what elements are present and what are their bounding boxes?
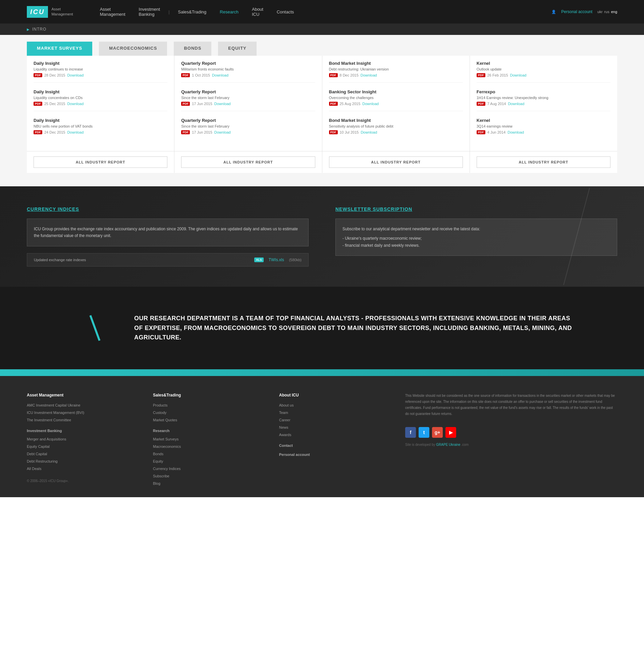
footer-link-blog[interactable]: Blog — [153, 480, 259, 487]
download-link[interactable]: Download — [212, 73, 228, 77]
footer-link-debt-restructuring[interactable]: Debt Restructuring — [27, 458, 133, 465]
report-item: Bond Market Insight Sensitivity analysis… — [329, 118, 463, 139]
middle-section: CURRENCY INDICES ICU Group provides the … — [0, 186, 644, 287]
tab-market-surveys[interactable]: MARKET SURVEYS — [27, 42, 92, 56]
report-date: 24 Dec 2015 — [44, 130, 65, 134]
currency-file-link[interactable]: TWIs.xls — [269, 258, 284, 262]
footer-link-amc[interactable]: AMC Investment Capital Ukraine — [27, 401, 133, 409]
lang-ukr[interactable]: ukr — [597, 10, 602, 14]
footer-link-macroeconomics[interactable]: Macroeconomics — [153, 443, 259, 450]
footer-link-about-us[interactable]: About us — [279, 401, 385, 409]
lang-rus[interactable]: rus — [604, 10, 609, 14]
currency-section: CURRENCY INDICES ICU Group provides the … — [27, 206, 308, 267]
footer-col-asset: Asset Management AMC Investment Capital … — [27, 393, 133, 487]
all-industry-btn-bonds[interactable]: ALL INDUSTRY REPORT — [329, 156, 463, 168]
footer-link-market-quotes[interactable]: Market Quotes — [153, 416, 259, 424]
report-title: Daily Insight — [33, 118, 167, 123]
footer-disclaimer-text: This Website should not be considered as… — [405, 393, 617, 417]
social-facebook-icon[interactable]: f — [405, 427, 416, 438]
report-title: Quarterly Report — [181, 89, 315, 94]
download-link[interactable]: Download — [361, 73, 377, 77]
tab-macroeconomics[interactable]: MACROECONOMICS — [99, 42, 167, 56]
footer-link-debt-capital[interactable]: Debt Capital — [27, 450, 133, 458]
download-link[interactable]: Download — [361, 130, 377, 134]
report-meta: PDF 17 Jun 2015 Download — [181, 130, 315, 134]
social-icons: f t g+ ▶ — [405, 427, 617, 438]
nav-item-asset-management[interactable]: AssetManagement — [93, 0, 132, 23]
footer-link-team[interactable]: Team — [279, 409, 385, 416]
social-googleplus-icon[interactable]: g+ — [432, 427, 443, 438]
pdf-badge: PDF — [329, 102, 338, 106]
tab-equity[interactable]: EQUITY — [218, 42, 256, 56]
col-bonds: Bond Market Insight Debt restructuring: … — [322, 56, 470, 151]
report-item: Daily Insight Liquidity continues to inc… — [33, 61, 167, 83]
pdf-badge: PDF — [181, 130, 190, 134]
footer-link-bonds[interactable]: Bonds — [153, 450, 259, 458]
newsletter-description: Subscribe to our analytical department n… — [342, 226, 610, 232]
footer-link-icu-bvi[interactable]: ICU Investment Management (BVI) — [27, 409, 133, 416]
report-meta: PDF 8 Dec 2015 Download — [329, 73, 463, 77]
tab-bonds[interactable]: BONDS — [174, 42, 211, 56]
footer-dev-link[interactable]: GRAPE Ukraine — [436, 443, 460, 446]
main-content: MARKET SURVEYS MACROECONOMICS BONDS EQUI… — [0, 35, 644, 186]
footer-link-merger[interactable]: Merger and Acquisitions — [27, 435, 133, 443]
footer-link-subscribe[interactable]: Subscribe — [153, 473, 259, 480]
download-link[interactable]: Download — [508, 102, 524, 106]
logo-tagline: Asset Management — [51, 7, 73, 17]
report-desc: Debt restructuring: Ukrainian version — [329, 67, 463, 71]
report-meta: PDF 4 Jun 2014 Download — [477, 130, 611, 134]
download-link[interactable]: Download — [510, 73, 527, 77]
download-link[interactable]: Download — [67, 130, 84, 134]
main-nav: AssetManagement InvestmentBanking | Sale… — [93, 0, 552, 23]
all-industry-col-3: ALL INDUSTRY REPORT — [470, 151, 617, 173]
footer-link-career[interactable]: Career — [279, 416, 385, 424]
report-date: 26 Feb 2015 — [487, 73, 508, 77]
currency-description: ICU Group provides the exchange rate ind… — [34, 226, 302, 239]
footer-heading-personal-account: Personal account — [279, 453, 385, 457]
nav-item-investment-banking[interactable]: InvestmentBanking — [132, 0, 167, 23]
nav-item-contacts[interactable]: Contacts — [270, 0, 301, 23]
pdf-badge: PDF — [477, 73, 485, 77]
lang-eng[interactable]: eng — [611, 10, 617, 14]
pdf-badge: PDF — [33, 130, 42, 134]
download-link[interactable]: Download — [507, 130, 524, 134]
all-industry-btn-equity[interactable]: ALL INDUSTRY REPORT — [477, 156, 611, 168]
report-date: 28 Dec 2015 — [44, 73, 65, 77]
report-date: 8 Dec 2015 — [340, 73, 359, 77]
report-meta: PDF 25 Dec 2015 Download — [33, 102, 167, 106]
social-youtube-icon[interactable]: ▶ — [445, 427, 456, 438]
download-link[interactable]: Download — [67, 102, 84, 106]
download-link[interactable]: Download — [67, 73, 84, 77]
footer-link-market-surveys[interactable]: Market Surveys — [153, 435, 259, 443]
footer-link-equity[interactable]: Equity — [153, 458, 259, 465]
download-link[interactable]: Download — [362, 102, 379, 106]
all-industry-btn-market-surveys[interactable]: ALL INDUSTRY REPORT — [33, 156, 167, 168]
personal-account-link[interactable]: Personal account — [561, 9, 592, 14]
download-link[interactable]: Download — [214, 130, 231, 134]
nav-item-research[interactable]: Research — [213, 0, 245, 23]
footer: Asset Management AMC Investment Capital … — [0, 376, 644, 497]
report-date: 25 Aug 2015 — [340, 102, 361, 106]
all-industry-btn-macroeconomics[interactable]: ALL INDUSTRY REPORT — [181, 156, 315, 168]
footer-link-awards[interactable]: Awards — [279, 431, 385, 438]
report-date: 25 Dec 2015 — [44, 102, 65, 106]
newsletter-section: NEWSLETTER SUBSCRIPTION Subscribe to our… — [336, 206, 617, 267]
footer-link-currency-indices[interactable]: Currency Indices — [153, 465, 259, 473]
newsletter-item-1: - financial market daily and weekly revi… — [342, 242, 610, 249]
nav-item-about-icu[interactable]: AboutICU — [245, 0, 270, 23]
download-link[interactable]: Download — [214, 102, 231, 106]
footer-link-news[interactable]: News — [279, 424, 385, 431]
footer-col-about: About ICU About us Team Career News Awar… — [279, 393, 385, 487]
social-twitter-icon[interactable]: t — [419, 427, 429, 438]
report-meta: PDF 28 Dec 2015 Download — [33, 73, 167, 77]
footer-link-equity-capital[interactable]: Equity Capital — [27, 443, 133, 450]
report-meta: PDF 25 Aug 2015 Download — [329, 102, 463, 106]
newsletter-item-0: - Ukraine's quarterly macroeconomic revi… — [342, 235, 610, 242]
footer-link-investment-committee[interactable]: The Investment Committee — [27, 416, 133, 424]
footer-link-all-deals[interactable]: All Deals — [27, 465, 133, 473]
logo[interactable]: ICU Asset Management — [27, 6, 73, 18]
footer-link-products[interactable]: Products — [153, 401, 259, 409]
nav-item-sales-trading[interactable]: Sales&Trading — [171, 0, 213, 23]
footer-link-custody[interactable]: Custody — [153, 409, 259, 416]
pdf-badge: PDF — [329, 73, 338, 77]
